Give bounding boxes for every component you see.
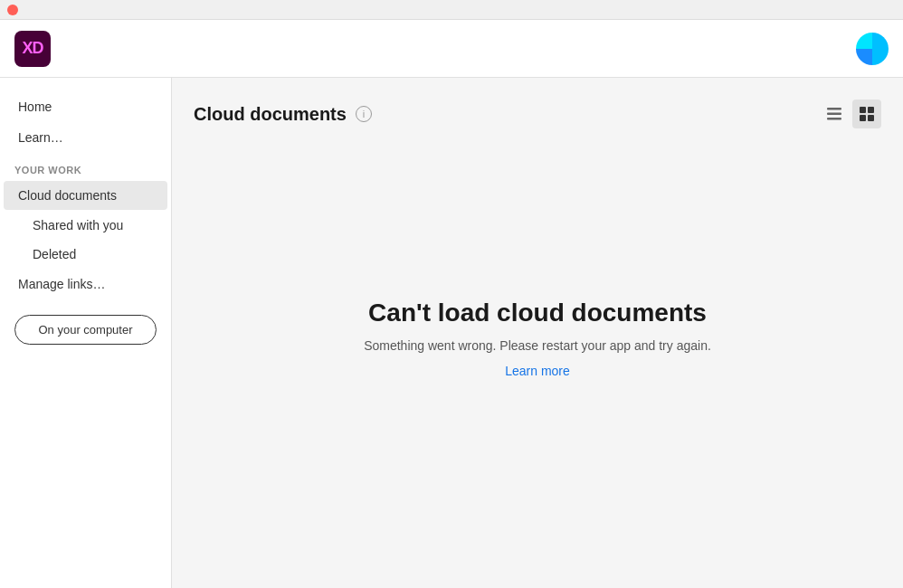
app-container: XD Home Learn… YOUR WORK Cloud documents…: [0, 20, 903, 588]
view-toggle: [820, 100, 881, 128]
on-computer-label: On your computer: [38, 323, 132, 337]
error-title: Can't load cloud documents: [368, 299, 707, 327]
list-view-button[interactable]: [820, 100, 849, 128]
sidebar-cloud-docs-label: Cloud documents: [18, 188, 117, 203]
info-icon[interactable]: i: [356, 106, 372, 122]
svg-rect-6: [868, 115, 874, 121]
sidebar-home-label: Home: [18, 100, 52, 114]
sidebar-item-shared-with-you[interactable]: Shared with you: [4, 212, 167, 239]
app-logo: XD: [14, 31, 51, 67]
main-content: Cloud documents i: [172, 78, 903, 588]
svg-rect-2: [827, 118, 841, 120]
title-bar: [0, 0, 903, 20]
on-your-computer-button[interactable]: On your computer: [14, 315, 157, 345]
content-title-group: Cloud documents i: [194, 104, 372, 125]
svg-rect-3: [860, 107, 866, 113]
sidebar-item-deleted[interactable]: Deleted: [4, 241, 167, 268]
svg-rect-0: [827, 108, 841, 110]
sidebar-deleted-label: Deleted: [33, 247, 76, 261]
list-view-icon: [826, 106, 842, 122]
body-layout: Home Learn… YOUR WORK Cloud documents Sh…: [0, 78, 903, 588]
sidebar-shared-label: Shared with you: [33, 218, 123, 232]
app-logo-text: XD: [22, 39, 43, 58]
sidebar-manage-links-label: Manage links…: [18, 277, 106, 291]
sidebar-item-manage-links[interactable]: Manage links…: [4, 270, 167, 299]
sidebar: Home Learn… YOUR WORK Cloud documents Sh…: [0, 78, 172, 588]
content-header: Cloud documents i: [172, 78, 903, 143]
sidebar-item-learn[interactable]: Learn…: [4, 123, 167, 152]
sidebar-item-home[interactable]: Home: [4, 92, 167, 121]
learn-more-link[interactable]: Learn more: [505, 364, 570, 378]
top-nav: XD: [0, 20, 903, 78]
grid-view-button[interactable]: [852, 100, 881, 128]
grid-view-icon: [859, 106, 875, 122]
traffic-light-close[interactable]: [7, 5, 18, 15]
svg-rect-1: [827, 113, 841, 116]
sidebar-section-your-work: YOUR WORK: [0, 154, 171, 179]
error-subtitle: Something went wrong. Please restart you…: [364, 338, 711, 353]
svg-rect-4: [868, 107, 874, 113]
sidebar-item-cloud-documents[interactable]: Cloud documents: [4, 181, 167, 210]
error-state: Can't load cloud documents Something wen…: [172, 143, 903, 588]
sidebar-learn-label: Learn…: [18, 130, 63, 145]
svg-rect-5: [860, 115, 866, 121]
page-title: Cloud documents: [194, 104, 347, 125]
avatar[interactable]: [856, 33, 889, 65]
